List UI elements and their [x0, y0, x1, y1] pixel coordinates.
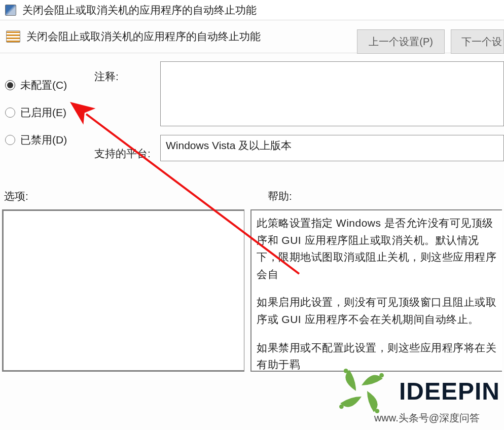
watermark: IDEEPIN www.头条号@深度问答: [331, 363, 500, 419]
next-setting-button[interactable]: 下一个设: [451, 29, 504, 54]
app-icon: [5, 5, 16, 16]
radio-disabled-input[interactable]: [5, 135, 15, 145]
watermark-logo-icon: [331, 363, 392, 419]
supported-on-label: 支持的平台:: [94, 147, 160, 161]
field-labels: 注释: 支持的平台:: [94, 58, 160, 175]
policy-icon: [6, 30, 20, 43]
options-heading: 选项:: [4, 189, 268, 203]
options-panel: [2, 209, 244, 372]
lower-headings: 选项: 帮助:: [0, 175, 504, 209]
state-radio-group: 未配置(C) 已启用(E) 已禁用(D): [3, 58, 94, 175]
svg-point-4: [344, 369, 348, 373]
previous-setting-button[interactable]: 上一个设置(P): [357, 29, 445, 54]
radio-not-configured-input[interactable]: [5, 80, 15, 90]
policy-title: 关闭会阻止或取消关机的应用程序的自动终止功能: [26, 29, 261, 44]
radio-not-configured-label: 未配置(C): [20, 78, 67, 92]
help-paragraph-1: 此策略设置指定 Windows 是否允许没有可见顶级序和 GUI 应用程序阻止或…: [257, 214, 499, 282]
svg-point-1: [379, 373, 384, 378]
window-title: 关闭会阻止或取消关机的应用程序的自动终止功能: [22, 3, 257, 17]
radio-enabled[interactable]: 已启用(E): [3, 99, 94, 126]
field-values: Windows Vista 及以上版本: [160, 58, 504, 175]
help-panel: 此策略设置指定 Windows 是否允许没有可见顶级序和 GUI 应用程序阻止或…: [250, 209, 502, 372]
watermark-brand: IDEEPIN: [399, 377, 500, 405]
help-heading: 帮助:: [268, 189, 292, 203]
comment-label: 注释:: [94, 69, 160, 84]
comment-textarea[interactable]: [160, 61, 504, 126]
svg-point-3: [339, 404, 344, 409]
window-titlebar: 关闭会阻止或取消关机的应用程序的自动终止功能: [0, 0, 504, 20]
radio-enabled-label: 已启用(E): [20, 105, 66, 120]
nav-buttons: 上一个设置(P) 下一个设: [357, 20, 504, 54]
radio-enabled-input[interactable]: [5, 108, 15, 118]
radio-not-configured[interactable]: 未配置(C): [3, 71, 94, 99]
config-section: 未配置(C) 已启用(E) 已禁用(D) 注释: 支持的平台: Windows …: [0, 53, 504, 175]
watermark-attribution: www.头条号@深度问答: [374, 411, 480, 425]
panels-row: 此策略设置指定 Windows 是否允许没有可见顶级序和 GUI 应用程序阻止或…: [0, 209, 504, 372]
help-paragraph-2: 如果启用此设置，则没有可见顶级窗口且阻止或取序或 GUI 应用程序不会在关机期间…: [257, 294, 499, 328]
policy-header: 关闭会阻止或取消关机的应用程序的自动终止功能 上一个设置(P) 下一个设: [0, 20, 504, 53]
radio-disabled[interactable]: 已禁用(D): [3, 126, 94, 154]
radio-disabled-label: 已禁用(D): [20, 133, 67, 147]
supported-on-value: Windows Vista 及以上版本: [160, 135, 504, 161]
